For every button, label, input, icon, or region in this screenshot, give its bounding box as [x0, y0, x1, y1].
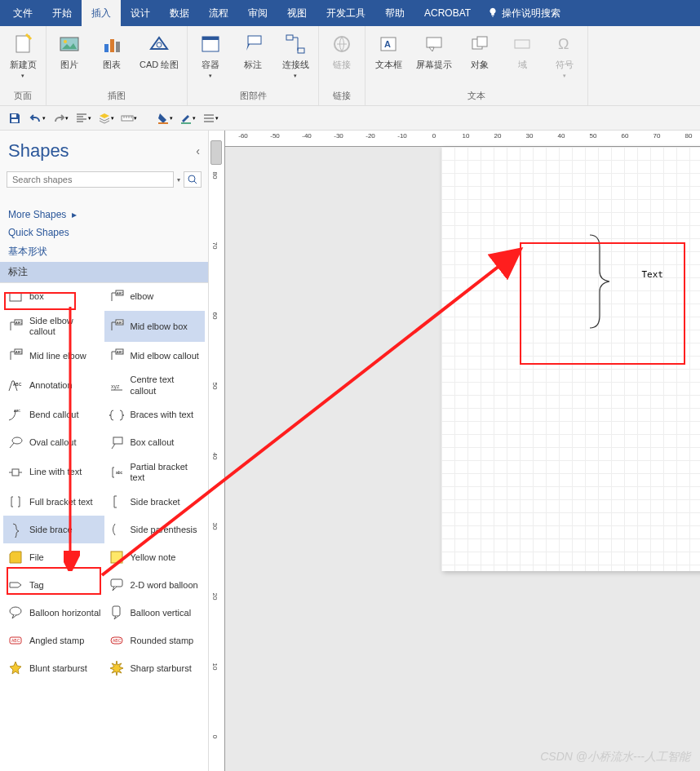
vruler-tick: 60: [211, 312, 219, 320]
line-style-button[interactable]: ▾: [202, 110, 219, 126]
layers-button[interactable]: ▾: [98, 110, 114, 126]
vertical-ruler: 80706050403020100: [209, 131, 225, 771]
svg-rect-24: [181, 122, 191, 124]
drawing-page[interactable]: [441, 147, 700, 571]
shape-box-callout[interactable]: Box callout: [104, 429, 206, 457]
callout-button[interactable]: 标注: [237, 29, 269, 88]
menu-data[interactable]: 数据: [160, 0, 199, 27]
ruler-button[interactable]: ▾: [121, 110, 137, 126]
shape-blunt-starburst[interactable]: Blunt starburst: [3, 654, 104, 682]
hruler-tick: -60: [238, 132, 248, 140]
shape-tag[interactable]: Tag: [3, 571, 104, 599]
shape-elbow[interactable]: ABCelbow: [104, 283, 206, 311]
shape-side-bracket[interactable]: Side bracket: [104, 488, 206, 516]
menu-devtools[interactable]: 开发工具: [317, 0, 375, 27]
chart-button[interactable]: 图表: [95, 29, 128, 88]
svg-rect-26: [10, 293, 21, 301]
shape-line-with-text[interactable]: Line with text: [3, 457, 104, 488]
vruler-scroll[interactable]: [210, 140, 222, 165]
menu-help[interactable]: 帮助: [375, 0, 414, 27]
shape-annotation[interactable]: ABCAnnotation: [3, 370, 104, 401]
field-icon: [509, 31, 535, 57]
shape-full-bracket-text[interactable]: Full bracket text: [3, 488, 104, 516]
textbox-button[interactable]: A 文本框: [372, 29, 405, 88]
container-button[interactable]: 容器▾: [194, 29, 227, 88]
shape-box[interactable]: box: [3, 283, 104, 311]
search-button[interactable]: [184, 171, 202, 188]
vruler-tick: 30: [211, 523, 219, 530]
menu-process[interactable]: 流程: [199, 0, 238, 27]
basic-shapes-link[interactable]: 基本形状: [0, 241, 208, 262]
shape-angled-stamp[interactable]: ABCAngled stamp: [3, 627, 104, 654]
shape-mid-elbow-callout[interactable]: ABCMid elbow callout: [104, 342, 206, 370]
menu-acrobat[interactable]: ACROBAT: [414, 1, 481, 25]
shape-yellow-note[interactable]: Yellow note: [104, 543, 206, 571]
shape-braces-with-text[interactable]: Braces with text: [104, 401, 206, 429]
picture-button[interactable]: 图片: [53, 29, 86, 88]
shape-partial-bracket-text[interactable]: abcPartial bracket text: [104, 457, 206, 488]
group-label-illustrations: 插图: [53, 88, 180, 102]
shape-label: Oval callout: [29, 437, 76, 448]
shape-sharp-starburst[interactable]: Sharp starburst: [104, 654, 206, 682]
group-label-page: 页面: [7, 88, 39, 102]
menu-home[interactable]: 开始: [42, 0, 82, 27]
menu-file[interactable]: 文件: [3, 0, 42, 27]
canvas[interactable]: 80706050403020100 -60-50-40-30-20-100102…: [209, 131, 700, 771]
new-page-button[interactable]: 新建页▾: [7, 29, 39, 88]
shape-label: Line with text: [29, 467, 82, 477]
sideparen-icon: [108, 521, 126, 538]
svg-text:abc: abc: [116, 470, 123, 475]
object-button[interactable]: 对象: [463, 29, 496, 88]
shape-label: Partial bracket text: [131, 462, 202, 483]
shape-grid: boxABCelbowABCSide elbow calloutABCMid e…: [0, 282, 208, 771]
svg-rect-44: [111, 552, 122, 563]
menu-review[interactable]: 审阅: [238, 0, 277, 27]
vruler-tick: 20: [211, 593, 219, 600]
shape-file[interactable]: File: [3, 543, 104, 571]
cad-button[interactable]: CAD 绘图: [138, 29, 180, 88]
screentip-button[interactable]: 屏幕提示: [414, 29, 454, 88]
shape-mid-elbow-box[interactable]: ABCMid elbow box: [104, 311, 206, 342]
redo-button[interactable]: ▾: [52, 110, 69, 126]
shape-balloon-horizontal[interactable]: Balloon horizontal: [3, 599, 104, 627]
undo-button[interactable]: ▾: [29, 110, 46, 126]
line-color-button[interactable]: ▾: [179, 110, 196, 126]
align-button[interactable]: ▾: [75, 110, 91, 126]
menu-view[interactable]: 视图: [277, 0, 317, 27]
shape-mid-line-elbow[interactable]: ABCMid line elbow: [3, 342, 104, 370]
shape-centre-text-callout[interactable]: xyzCentre text callout: [104, 370, 206, 401]
shape-bend-callout[interactable]: ABCBend callout: [3, 401, 104, 429]
shape-side-brace[interactable]: Side brace: [3, 516, 104, 543]
connector-button[interactable]: 连接线▾: [279, 29, 312, 88]
search-input[interactable]: [7, 171, 174, 188]
save-button[interactable]: [7, 110, 23, 126]
shape-balloon-vertical[interactable]: Balloon vertical: [104, 599, 206, 627]
collapse-button[interactable]: ‹: [196, 144, 200, 157]
shape-label: Balloon vertical: [131, 608, 192, 618]
shape-label: Side elbow callout: [29, 316, 101, 337]
panel-header: Shapes ‹: [0, 131, 208, 171]
svg-rect-20: [11, 114, 16, 117]
fill-button[interactable]: ▾: [157, 110, 173, 126]
shape-2-d-word-balloon[interactable]: 2-D word balloon: [104, 571, 206, 599]
shape-label: Sharp starburst: [131, 663, 192, 674]
shape-oval-callout[interactable]: Oval callout: [3, 429, 104, 457]
main-area: Shapes ‹ ▾ More Shapes ▸ Quick Shapes 基本…: [0, 131, 700, 771]
callout-category-active[interactable]: 标注: [0, 262, 208, 282]
menu-insert[interactable]: 插入: [82, 0, 121, 27]
shape-rounded-stamp[interactable]: ABCRounded stamp: [104, 627, 206, 654]
shape-side-parenthesis[interactable]: Side parenthesis: [104, 516, 206, 543]
side-brace-shape[interactable]: [516, 220, 680, 343]
shape-label: Annotation: [29, 380, 73, 391]
cad-icon: [146, 31, 172, 57]
hruler-tick: 30: [526, 132, 534, 140]
brace-text-label[interactable]: Text: [642, 269, 664, 280]
more-shapes-link[interactable]: More Shapes ▸: [0, 206, 208, 224]
tell-me-search[interactable]: 操作说明搜索: [481, 7, 567, 20]
watermark: CSDN @小桥流水---人工智能: [540, 750, 690, 764]
quick-shapes-link[interactable]: Quick Shapes: [0, 224, 208, 241]
shape-label: Mid line elbow: [29, 351, 86, 361]
svg-point-2: [64, 40, 67, 43]
menu-design[interactable]: 设计: [121, 0, 160, 27]
shape-side-elbow-callout[interactable]: ABCSide elbow callout: [3, 311, 104, 342]
